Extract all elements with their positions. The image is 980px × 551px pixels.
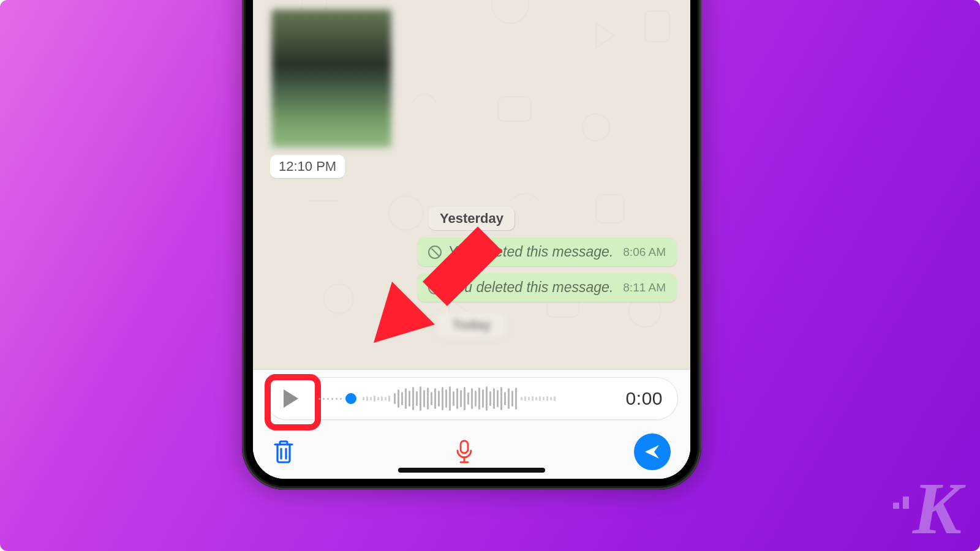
watermark-letter: K [913, 476, 962, 542]
message-time: 8:11 AM [623, 281, 666, 294]
prohibited-icon [428, 281, 442, 294]
play-button[interactable] [272, 381, 310, 416]
deleted-message-text: You deleted this message. [448, 279, 613, 296]
send-icon [643, 443, 662, 461]
deleted-message-text: You deleted this message. [448, 244, 613, 260]
incoming-image-message[interactable]: 12:10 PM [270, 8, 393, 178]
home-indicator[interactable] [398, 468, 545, 473]
prohibited-icon [428, 246, 442, 259]
date-divider: Yesterday [429, 207, 514, 230]
deleted-message-2[interactable]: You deleted this message. 8:11 AM [417, 273, 677, 302]
svg-rect-16 [461, 441, 468, 453]
send-button[interactable] [634, 433, 671, 470]
waveform-bars [521, 384, 556, 413]
waveform-scrubber[interactable] [318, 384, 606, 413]
record-button[interactable] [455, 440, 473, 464]
chat-area: 12:10 PM Yesterday You deleted this mess… [253, 0, 690, 479]
voice-recorder-panel: 0:00 [253, 369, 690, 479]
message-time: 8:06 AM [623, 246, 666, 259]
recording-duration: 0:00 [626, 388, 663, 409]
deleted-message-1[interactable]: You deleted this message. 8:06 AM [417, 238, 677, 266]
watermark-logo: K [893, 476, 962, 542]
date-divider-blurred: Today [436, 312, 507, 338]
waveform-bars [394, 384, 517, 413]
trash-icon [273, 440, 295, 464]
image-thumbnail[interactable] [270, 8, 393, 149]
phone-screen: 12:10 PM Yesterday You deleted this mess… [253, 0, 690, 479]
voice-preview-track: 0:00 [265, 377, 678, 420]
image-timestamp: 12:10 PM [270, 155, 345, 178]
phone-frame: 12:10 PM Yesterday You deleted this mess… [242, 0, 701, 490]
waveform-bars [363, 384, 390, 413]
delete-recording-button[interactable] [273, 440, 295, 464]
microphone-icon [455, 440, 473, 464]
hero-canvas: 12:10 PM Yesterday You deleted this mess… [0, 0, 980, 551]
playhead-knob[interactable] [345, 393, 356, 404]
